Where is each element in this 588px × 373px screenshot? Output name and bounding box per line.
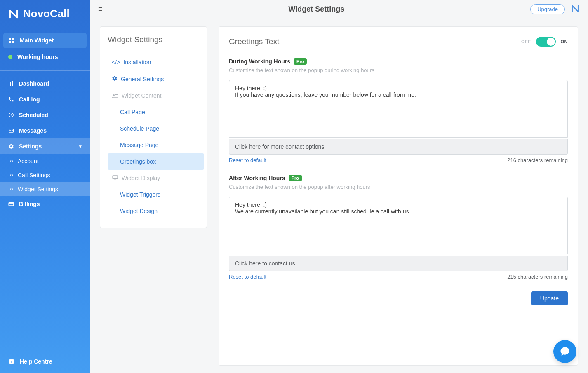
svg-rect-15 [115,94,118,95]
after-desc: Customize the text shown on the popup af… [229,184,568,190]
ws-nav-display-header: Widget Display [108,170,204,186]
sidebar-item-main-widget[interactable]: Main Widget [3,33,87,48]
sidebar-item-label: Scheduled [19,112,48,118]
ws-nav-message-page[interactable]: Message Page [108,137,204,153]
widget-settings-nav: Widget Settings </> Installation General… [100,26,207,228]
sidebar-item-label: Help Centre [20,358,52,365]
id-icon [112,92,118,99]
chart-icon [8,81,14,87]
page-title: Widget Settings [103,5,531,14]
greetings-panel: Greetings Text OFF ON During Working Hou… [219,26,578,366]
toggle-off-label: OFF [521,39,531,44]
sidebar-item-messages[interactable]: Messages [0,123,90,138]
brand-name: NovoCall [23,7,70,20]
sidebar-item-scheduled[interactable]: Scheduled [0,107,90,123]
sidebar-item-dashboard[interactable]: Dashboard [0,76,90,91]
ws-nav-design[interactable]: Widget Design [108,203,204,219]
sidebar: NovoCall Main Widget Working hours Dashb… [0,0,90,373]
sidebar-item-label: Settings [19,143,42,150]
gear-icon [8,143,14,149]
brand-logo[interactable]: NovoCall [0,0,90,29]
svg-rect-13 [112,93,118,98]
clock-icon [8,112,14,118]
after-contact-input[interactable] [229,256,568,271]
during-contact-input[interactable] [229,139,568,155]
svg-rect-0 [9,38,11,40]
sidebar-item-label: Main Widget [20,37,54,44]
svg-rect-3 [12,41,14,43]
svg-rect-9 [9,203,14,206]
grid-icon [8,38,15,43]
sidebar-sub-account[interactable]: Account [0,154,90,168]
after-char-count: 215 characters remaining [507,274,568,280]
status-dot-icon [8,55,12,59]
novocall-icon [8,9,19,19]
sidebar-item-help[interactable]: i Help Centre [0,350,90,373]
sidebar-item-settings[interactable]: Settings ▾ [0,138,90,154]
ws-nav-greetings-box[interactable]: Greetings box [108,153,204,170]
info-icon: i [8,358,15,365]
sidebar-item-call-log[interactable]: Call log [0,91,90,107]
sidebar-item-working-hours[interactable]: Working hours [3,49,87,65]
sidebar-item-label: Dashboard [19,80,49,87]
card-icon [8,201,14,207]
during-label: During Working Hours [229,58,290,65]
ws-nav-call-page[interactable]: Call Page [108,104,204,120]
code-icon: </> [112,59,120,66]
after-reset-link[interactable]: Reset to default [229,274,266,280]
svg-text:i: i [11,359,12,364]
ws-nav-label: Widget Display [122,175,160,181]
toggle-on-label: ON [561,39,568,44]
panel-title: Greetings Text [229,37,279,46]
inbox-icon [8,128,14,134]
pro-badge: Pro [289,175,302,181]
svg-rect-5 [10,82,11,86]
sidebar-item-billings[interactable]: Billings [0,196,90,212]
svg-rect-1 [12,38,14,40]
chat-icon [559,346,571,357]
sidebar-item-label: Call log [19,96,40,103]
gear-icon [112,75,118,82]
during-reset-link[interactable]: Reset to default [229,157,266,163]
ws-nav-content-header: Widget Content [108,87,204,104]
sidebar-sub-widget-settings[interactable]: Widget Settings [0,182,90,196]
after-label: After Working Hours [229,175,285,181]
pro-badge: Pro [294,58,307,65]
after-textarea[interactable] [229,197,568,254]
ws-nav-general[interactable]: General Settings [108,70,204,87]
ws-nav-installation[interactable]: </> Installation [108,54,204,70]
sidebar-item-label: Widget Settings [18,186,58,192]
ws-nav-label: General Settings [121,76,164,82]
during-desc: Customize the text shown on the popup du… [229,67,568,73]
sidebar-item-label: Working hours [17,54,58,60]
phone-icon [8,96,14,102]
circle-icon [10,188,13,190]
during-char-count: 216 characters remaining [507,157,568,163]
svg-rect-16 [115,96,118,96]
circle-icon [10,160,13,162]
ws-nav-label: Installation [123,59,151,66]
svg-rect-8 [9,129,14,132]
monitor-icon [112,175,118,181]
update-button[interactable]: Update [531,291,568,305]
circle-icon [10,174,13,176]
chat-fab[interactable] [553,340,576,363]
sidebar-sub-call-settings[interactable]: Call Settings [0,168,90,182]
menu-toggle-icon[interactable]: ≡ [98,5,103,14]
svg-point-14 [113,94,115,96]
novocall-icon[interactable] [571,4,580,15]
upgrade-button[interactable]: Upgrade [530,4,565,14]
chevron-down-icon: ▾ [79,144,82,149]
svg-rect-4 [9,84,9,86]
greetings-toggle[interactable] [536,37,556,47]
ws-nav-triggers[interactable]: Widget Triggers [108,186,204,203]
during-textarea[interactable] [229,80,568,138]
sidebar-item-label: Account [18,158,39,164]
ws-nav-schedule-page[interactable]: Schedule Page [108,120,204,137]
topbar: ≡ Widget Settings Upgrade [90,0,588,19]
svg-rect-17 [113,176,118,179]
sidebar-item-label: Billings [19,201,40,207]
svg-rect-2 [9,41,11,43]
svg-rect-6 [12,81,13,86]
ws-nav-label: Widget Content [122,92,162,99]
